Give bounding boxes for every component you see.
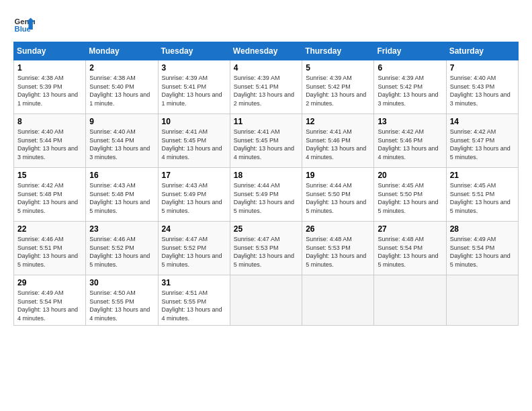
day-number: 27	[378, 224, 442, 234]
calendar-cell: 28Sunrise: 4:49 AMSunset: 5:54 PMDayligh…	[446, 222, 518, 275]
day-number: 14	[450, 117, 515, 126]
calendar-week-4: 22Sunrise: 4:46 AMSunset: 5:51 PMDayligh…	[14, 222, 519, 275]
calendar-cell: 31Sunrise: 4:51 AMSunset: 5:55 PMDayligh…	[158, 275, 230, 326]
day-info: Sunrise: 4:49 AMSunset: 5:54 PMDaylight:…	[17, 289, 82, 322]
day-info: Sunrise: 4:44 AMSunset: 5:50 PMDaylight:…	[306, 181, 370, 215]
day-info: Sunrise: 4:41 AMSunset: 5:45 PMDaylight:…	[162, 128, 226, 161]
calendar-header-row: SundayMondayTuesdayWednesdayThursdayFrid…	[14, 42, 519, 60]
calendar-cell: 17Sunrise: 4:43 AMSunset: 5:49 PMDayligh…	[158, 168, 230, 222]
day-number: 29	[17, 278, 82, 287]
calendar-week-3: 15Sunrise: 4:42 AMSunset: 5:48 PMDayligh…	[14, 168, 519, 222]
calendar-cell: 3Sunrise: 4:39 AMSunset: 5:41 PMDaylight…	[158, 60, 230, 114]
calendar-cell: 16Sunrise: 4:43 AMSunset: 5:48 PMDayligh…	[86, 168, 158, 222]
calendar-header-saturday: Saturday	[446, 42, 518, 60]
calendar-cell: 14Sunrise: 4:42 AMSunset: 5:47 PMDayligh…	[446, 114, 518, 168]
calendar-header-wednesday: Wednesday	[230, 42, 302, 60]
day-info: Sunrise: 4:44 AMSunset: 5:49 PMDaylight:…	[234, 181, 298, 215]
calendar-table: SundayMondayTuesdayWednesdayThursdayFrid…	[13, 42, 519, 326]
day-info: Sunrise: 4:39 AMSunset: 5:41 PMDaylight:…	[234, 74, 298, 107]
day-number: 18	[234, 171, 298, 180]
logo: General Blue	[13, 13, 35, 35]
day-info: Sunrise: 4:46 AMSunset: 5:52 PMDaylight:…	[89, 235, 154, 269]
day-info: Sunrise: 4:41 AMSunset: 5:46 PMDaylight:…	[306, 128, 370, 161]
day-info: Sunrise: 4:39 AMSunset: 5:42 PMDaylight:…	[306, 74, 370, 107]
day-number: 4	[234, 63, 298, 73]
calendar-cell: 6Sunrise: 4:39 AMSunset: 5:42 PMDaylight…	[374, 60, 446, 114]
day-number: 7	[450, 63, 515, 73]
logo-icon: General Blue	[13, 13, 35, 35]
day-number: 3	[162, 63, 226, 73]
calendar-cell: 13Sunrise: 4:42 AMSunset: 5:46 PMDayligh…	[374, 114, 446, 168]
day-info: Sunrise: 4:43 AMSunset: 5:49 PMDaylight:…	[162, 181, 226, 215]
day-info: Sunrise: 4:49 AMSunset: 5:54 PMDaylight:…	[450, 235, 515, 269]
day-info: Sunrise: 4:45 AMSunset: 5:50 PMDaylight:…	[378, 181, 442, 215]
calendar-week-2: 8Sunrise: 4:40 AMSunset: 5:44 PMDaylight…	[14, 114, 519, 168]
calendar-cell: 1Sunrise: 4:38 AMSunset: 5:39 PMDaylight…	[14, 60, 86, 114]
calendar-cell: 19Sunrise: 4:44 AMSunset: 5:50 PMDayligh…	[302, 168, 374, 222]
day-info: Sunrise: 4:47 AMSunset: 5:52 PMDaylight:…	[162, 235, 226, 269]
day-number: 28	[450, 224, 515, 234]
day-info: Sunrise: 4:48 AMSunset: 5:54 PMDaylight:…	[378, 235, 442, 269]
day-info: Sunrise: 4:38 AMSunset: 5:39 PMDaylight:…	[17, 74, 82, 107]
calendar-cell: 26Sunrise: 4:48 AMSunset: 5:53 PMDayligh…	[302, 222, 374, 275]
calendar-week-5: 29Sunrise: 4:49 AMSunset: 5:54 PMDayligh…	[14, 275, 519, 326]
day-info: Sunrise: 4:50 AMSunset: 5:55 PMDaylight:…	[89, 289, 154, 322]
day-info: Sunrise: 4:45 AMSunset: 5:51 PMDaylight:…	[450, 181, 515, 215]
day-info: Sunrise: 4:40 AMSunset: 5:44 PMDaylight:…	[17, 128, 82, 161]
day-number: 17	[162, 171, 226, 180]
day-number: 20	[378, 171, 442, 180]
calendar-cell	[374, 275, 446, 326]
day-number: 16	[89, 171, 154, 180]
day-info: Sunrise: 4:40 AMSunset: 5:44 PMDaylight:…	[89, 128, 154, 161]
calendar-header-thursday: Thursday	[302, 42, 374, 60]
day-number: 21	[450, 171, 515, 180]
day-number: 13	[378, 117, 442, 126]
calendar-header-monday: Monday	[86, 42, 158, 60]
day-number: 15	[17, 171, 82, 180]
calendar-week-1: 1Sunrise: 4:38 AMSunset: 5:39 PMDaylight…	[14, 60, 519, 114]
calendar-cell: 10Sunrise: 4:41 AMSunset: 5:45 PMDayligh…	[158, 114, 230, 168]
day-number: 26	[306, 224, 370, 234]
calendar-header-sunday: Sunday	[14, 42, 86, 60]
day-info: Sunrise: 4:51 AMSunset: 5:55 PMDaylight:…	[162, 289, 226, 322]
calendar-cell: 30Sunrise: 4:50 AMSunset: 5:55 PMDayligh…	[86, 275, 158, 326]
day-number: 11	[234, 117, 298, 126]
calendar-cell: 11Sunrise: 4:41 AMSunset: 5:45 PMDayligh…	[230, 114, 302, 168]
calendar-cell: 29Sunrise: 4:49 AMSunset: 5:54 PMDayligh…	[14, 275, 86, 326]
calendar-cell: 21Sunrise: 4:45 AMSunset: 5:51 PMDayligh…	[446, 168, 518, 222]
day-info: Sunrise: 4:40 AMSunset: 5:43 PMDaylight:…	[450, 74, 515, 107]
day-number: 31	[162, 278, 226, 287]
calendar-cell	[446, 275, 518, 326]
calendar-cell: 4Sunrise: 4:39 AMSunset: 5:41 PMDaylight…	[230, 60, 302, 114]
calendar-cell: 5Sunrise: 4:39 AMSunset: 5:42 PMDaylight…	[302, 60, 374, 114]
day-number: 9	[89, 117, 154, 126]
calendar-cell: 2Sunrise: 4:38 AMSunset: 5:40 PMDaylight…	[86, 60, 158, 114]
day-info: Sunrise: 4:42 AMSunset: 5:48 PMDaylight:…	[17, 181, 82, 215]
calendar-cell: 15Sunrise: 4:42 AMSunset: 5:48 PMDayligh…	[14, 168, 86, 222]
day-info: Sunrise: 4:46 AMSunset: 5:51 PMDaylight:…	[17, 235, 82, 269]
calendar-cell: 22Sunrise: 4:46 AMSunset: 5:51 PMDayligh…	[14, 222, 86, 275]
calendar-cell: 23Sunrise: 4:46 AMSunset: 5:52 PMDayligh…	[86, 222, 158, 275]
calendar-cell: 20Sunrise: 4:45 AMSunset: 5:50 PMDayligh…	[374, 168, 446, 222]
day-info: Sunrise: 4:43 AMSunset: 5:48 PMDaylight:…	[89, 181, 154, 215]
calendar-header-tuesday: Tuesday	[158, 42, 230, 60]
calendar-cell: 7Sunrise: 4:40 AMSunset: 5:43 PMDaylight…	[446, 60, 518, 114]
day-number: 1	[17, 63, 82, 73]
calendar-cell: 8Sunrise: 4:40 AMSunset: 5:44 PMDaylight…	[14, 114, 86, 168]
day-info: Sunrise: 4:47 AMSunset: 5:53 PMDaylight:…	[234, 235, 298, 269]
svg-text:Blue: Blue	[15, 25, 31, 33]
day-info: Sunrise: 4:39 AMSunset: 5:41 PMDaylight:…	[162, 74, 226, 107]
day-number: 22	[17, 224, 82, 234]
day-number: 19	[306, 171, 370, 180]
day-number: 10	[162, 117, 226, 126]
day-number: 8	[17, 117, 82, 126]
calendar-header-friday: Friday	[374, 42, 446, 60]
calendar-cell: 12Sunrise: 4:41 AMSunset: 5:46 PMDayligh…	[302, 114, 374, 168]
day-info: Sunrise: 4:42 AMSunset: 5:46 PMDaylight:…	[378, 128, 442, 161]
header: General Blue	[13, 13, 519, 35]
day-number: 6	[378, 63, 442, 73]
calendar-cell: 18Sunrise: 4:44 AMSunset: 5:49 PMDayligh…	[230, 168, 302, 222]
calendar-cell: 24Sunrise: 4:47 AMSunset: 5:52 PMDayligh…	[158, 222, 230, 275]
calendar-cell: 25Sunrise: 4:47 AMSunset: 5:53 PMDayligh…	[230, 222, 302, 275]
day-number: 5	[306, 63, 370, 73]
